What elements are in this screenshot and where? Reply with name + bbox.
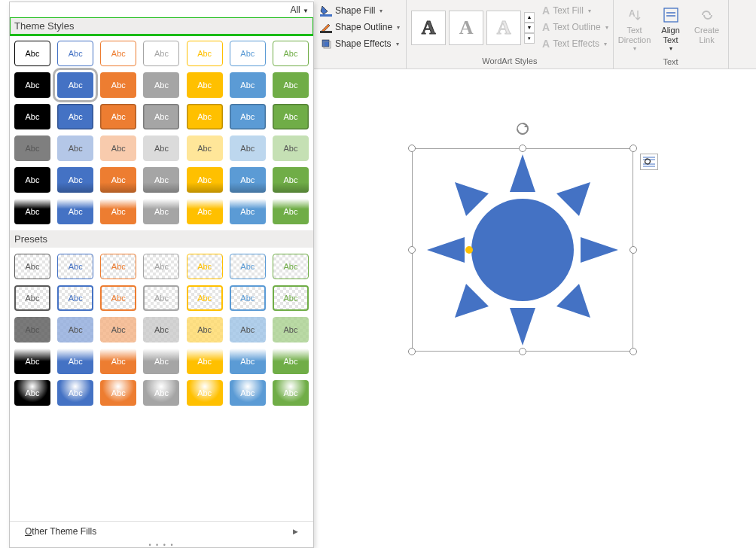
preset-style-swatch[interactable]: Abc bbox=[230, 285, 266, 311]
theme-style-swatch[interactable]: Abc bbox=[187, 104, 223, 129]
wordart-style-2[interactable]: A bbox=[449, 11, 483, 45]
wordart-style-1[interactable]: A bbox=[411, 11, 446, 45]
theme-style-swatch[interactable]: Abc bbox=[187, 199, 223, 224]
theme-style-swatch[interactable]: Abc bbox=[100, 199, 136, 224]
preset-style-swatch[interactable]: Abc bbox=[230, 254, 266, 279]
create-link-button[interactable]: CreateLink bbox=[689, 3, 725, 56]
theme-style-swatch[interactable]: Abc bbox=[100, 41, 136, 66]
theme-style-swatch[interactable]: Abc bbox=[273, 167, 309, 193]
preset-style-swatch[interactable]: Abc bbox=[230, 380, 266, 406]
theme-style-swatch[interactable]: Abc bbox=[100, 167, 136, 193]
theme-style-swatch[interactable]: Abc bbox=[273, 41, 309, 66]
theme-style-swatch[interactable]: Abc bbox=[143, 104, 179, 129]
preset-style-swatch[interactable]: Abc bbox=[143, 317, 179, 342]
text-fill-button[interactable]: A Text Fill▾ bbox=[542, 3, 608, 18]
gallery-resize-grip[interactable]: • • • • bbox=[10, 541, 313, 547]
theme-style-swatch[interactable]: Abc bbox=[230, 135, 266, 161]
preset-style-swatch[interactable]: Abc bbox=[14, 317, 50, 342]
wordart-scroll-up[interactable]: ▲ bbox=[524, 12, 535, 23]
gallery-filter-all[interactable]: All ▼ bbox=[290, 5, 309, 15]
resize-handle-ml[interactable] bbox=[408, 246, 416, 254]
preset-style-swatch[interactable]: Abc bbox=[187, 254, 223, 279]
theme-style-swatch[interactable]: Abc bbox=[100, 72, 136, 98]
preset-style-swatch[interactable]: Abc bbox=[100, 317, 136, 342]
text-outline-button[interactable]: A Text Outline▾ bbox=[542, 20, 608, 35]
theme-style-swatch[interactable]: Abc bbox=[187, 72, 223, 98]
preset-style-swatch[interactable]: Abc bbox=[100, 349, 136, 374]
theme-style-swatch[interactable]: Abc bbox=[273, 104, 309, 129]
theme-style-swatch[interactable]: Abc bbox=[143, 167, 179, 193]
resize-handle-bm[interactable] bbox=[519, 348, 526, 355]
theme-style-swatch[interactable]: Abc bbox=[273, 199, 309, 224]
resize-handle-tr[interactable] bbox=[629, 145, 637, 152]
theme-style-swatch[interactable]: Abc bbox=[187, 41, 223, 66]
shape-effects-button[interactable]: Shape Effects▾ bbox=[319, 36, 401, 51]
document-canvas[interactable] bbox=[314, 69, 756, 548]
resize-handle-bl[interactable] bbox=[408, 348, 416, 355]
theme-style-swatch[interactable]: Abc bbox=[14, 167, 50, 193]
preset-style-swatch[interactable]: Abc bbox=[100, 254, 136, 279]
wordart-expand[interactable]: ▾ bbox=[524, 33, 535, 44]
theme-style-swatch[interactable]: Abc bbox=[143, 199, 179, 224]
preset-style-swatch[interactable]: Abc bbox=[143, 349, 179, 374]
preset-style-swatch[interactable]: Abc bbox=[230, 349, 266, 374]
preset-style-swatch[interactable]: Abc bbox=[143, 254, 179, 279]
preset-style-swatch[interactable]: Abc bbox=[57, 380, 93, 406]
resize-handle-tm[interactable] bbox=[519, 145, 526, 152]
theme-style-swatch[interactable]: Abc bbox=[230, 167, 266, 193]
shape-fill-button[interactable]: Shape Fill▾ bbox=[319, 3, 401, 18]
theme-style-swatch[interactable]: Abc bbox=[14, 135, 50, 161]
theme-style-swatch[interactable]: Abc bbox=[273, 135, 309, 161]
text-effects-button[interactable]: A Text Effects▾ bbox=[542, 36, 608, 51]
preset-style-swatch[interactable]: Abc bbox=[273, 380, 309, 406]
align-text-button[interactable]: AlignText▾ bbox=[653, 3, 689, 56]
preset-style-swatch[interactable]: Abc bbox=[273, 317, 309, 342]
resize-handle-tl[interactable] bbox=[408, 145, 416, 152]
resize-handle-br[interactable] bbox=[629, 348, 637, 355]
theme-style-swatch[interactable]: Abc bbox=[14, 104, 50, 129]
layout-options-button[interactable] bbox=[640, 154, 658, 170]
theme-style-swatch[interactable]: Abc bbox=[273, 72, 309, 98]
theme-style-swatch[interactable]: Abc bbox=[57, 41, 93, 66]
preset-style-swatch[interactable]: Abc bbox=[143, 285, 179, 311]
preset-style-swatch[interactable]: Abc bbox=[57, 317, 93, 342]
preset-style-swatch[interactable]: Abc bbox=[14, 380, 50, 406]
theme-style-swatch[interactable]: Abc bbox=[57, 167, 93, 193]
preset-style-swatch[interactable]: Abc bbox=[57, 349, 93, 374]
theme-style-swatch[interactable]: Abc bbox=[187, 135, 223, 161]
theme-style-swatch[interactable]: Abc bbox=[230, 104, 266, 129]
preset-style-swatch[interactable]: Abc bbox=[100, 285, 136, 311]
theme-style-swatch[interactable]: Abc bbox=[100, 135, 136, 161]
theme-style-swatch[interactable]: Abc bbox=[57, 199, 93, 224]
preset-style-swatch[interactable]: Abc bbox=[187, 285, 223, 311]
preset-style-swatch[interactable]: Abc bbox=[14, 349, 50, 374]
theme-style-swatch[interactable]: Abc bbox=[143, 41, 179, 66]
theme-style-swatch[interactable]: Abc bbox=[143, 135, 179, 161]
theme-style-swatch[interactable]: Abc bbox=[57, 72, 93, 98]
preset-style-swatch[interactable]: Abc bbox=[14, 285, 50, 311]
preset-style-swatch[interactable]: Abc bbox=[273, 349, 309, 374]
theme-style-swatch[interactable]: Abc bbox=[143, 72, 179, 98]
preset-style-swatch[interactable]: Abc bbox=[187, 380, 223, 406]
preset-style-swatch[interactable]: Abc bbox=[187, 317, 223, 342]
selected-shape-frame[interactable] bbox=[412, 148, 633, 352]
theme-style-swatch[interactable]: Abc bbox=[14, 41, 50, 66]
theme-style-swatch[interactable]: Abc bbox=[14, 199, 50, 224]
other-theme-fills[interactable]: Other Theme Fills ▶ bbox=[10, 521, 313, 541]
preset-style-swatch[interactable]: Abc bbox=[273, 285, 309, 311]
theme-style-swatch[interactable]: Abc bbox=[230, 199, 266, 224]
theme-style-swatch[interactable]: Abc bbox=[57, 104, 93, 129]
shape-outline-button[interactable]: Shape Outline▾ bbox=[319, 20, 401, 35]
adjustment-handle[interactable] bbox=[465, 246, 473, 254]
theme-style-swatch[interactable]: Abc bbox=[230, 41, 266, 66]
theme-style-swatch[interactable]: Abc bbox=[57, 135, 93, 161]
preset-style-swatch[interactable]: Abc bbox=[57, 254, 93, 279]
wordart-style-3[interactable]: A bbox=[486, 11, 521, 45]
theme-style-swatch[interactable]: Abc bbox=[230, 72, 266, 98]
theme-style-swatch[interactable]: Abc bbox=[14, 72, 50, 98]
preset-style-swatch[interactable]: Abc bbox=[100, 380, 136, 406]
preset-style-swatch[interactable]: Abc bbox=[187, 349, 223, 374]
preset-style-swatch[interactable]: Abc bbox=[230, 317, 266, 342]
theme-style-swatch[interactable]: Abc bbox=[100, 104, 136, 129]
rotate-handle[interactable] bbox=[515, 121, 530, 136]
